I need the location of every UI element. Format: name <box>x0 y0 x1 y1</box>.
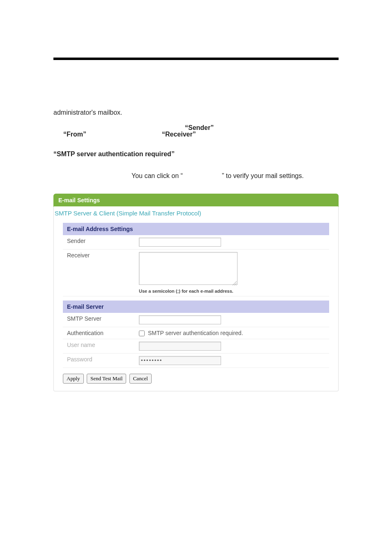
receiver-textarea[interactable] <box>139 252 238 285</box>
horizontal-rule <box>53 58 339 60</box>
apply-button[interactable]: Apply <box>63 374 84 384</box>
cancel-button[interactable]: Cancel <box>129 374 152 384</box>
click-pre-text: You can click on “ <box>131 169 183 184</box>
auth-checkbox-label: SMTP server authentication required. <box>148 330 243 336</box>
text-line: administrator's mailbox. <box>53 105 339 120</box>
smtp-server-input[interactable] <box>139 315 221 324</box>
fieldset-legend: SMTP Server & Client (Simple Mail Transf… <box>54 206 338 222</box>
receiver-label: Receiver <box>63 249 135 296</box>
panel-title: E-mail Settings <box>53 194 339 207</box>
section-email-address-settings: E-mail Address Settings <box>63 223 329 235</box>
button-row: Apply Send Test Mail Cancel <box>54 374 338 384</box>
click-post-text: ” to verify your mail settings. <box>222 169 304 184</box>
body-text-block: administrator's mailbox. “Sender” “From”… <box>53 105 339 175</box>
username-input <box>139 342 221 351</box>
smtp-auth-checkbox[interactable] <box>139 331 145 336</box>
authentication-label: Authentication <box>63 327 135 339</box>
receiver-quoted: “Receiver” <box>162 127 196 142</box>
email-address-table: Sender Receiver <box>63 235 329 296</box>
document-page: administrator's mailbox. “Sender” “From”… <box>0 0 392 555</box>
username-label: User name <box>63 339 135 353</box>
fieldset: SMTP Server & Client (Simple Mail Transf… <box>53 207 339 391</box>
password-label: Password <box>63 353 135 368</box>
send-test-mail-button[interactable]: Send Test Mail <box>87 374 126 384</box>
smtp-auth-quoted: “SMTP server authentication required” <box>53 150 175 157</box>
from-quoted: “From” <box>63 127 86 142</box>
email-server-table: SMTP Server Authentication SMTP server a… <box>63 313 329 368</box>
auth-checkbox-wrapper[interactable]: SMTP server authentication required. <box>139 330 243 336</box>
receiver-hint: Use a semicolon (;) for each e-mail addr… <box>139 289 325 294</box>
password-input <box>139 356 221 365</box>
email-settings-screenshot: E-mail Settings SMTP Server & Client (Si… <box>53 194 339 391</box>
section-email-server: E-mail Server <box>63 301 329 313</box>
smtp-server-label: SMTP Server <box>63 313 135 327</box>
sender-label: Sender <box>63 235 135 250</box>
sender-input[interactable] <box>139 238 221 247</box>
